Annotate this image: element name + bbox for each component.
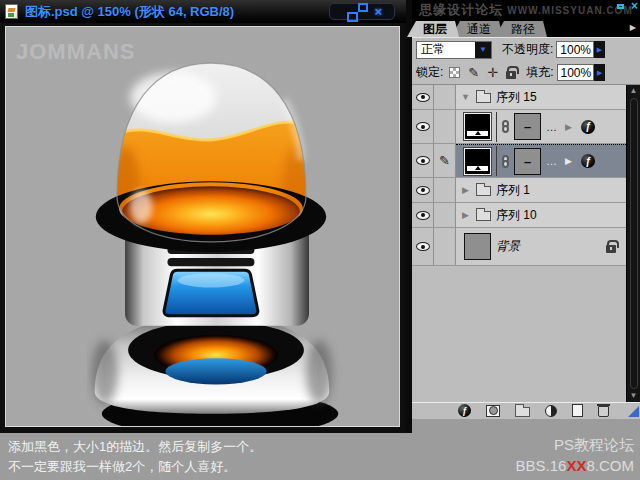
opacity-input[interactable]: 100% xyxy=(556,41,594,58)
lock-transparency-icon[interactable] xyxy=(449,67,460,78)
tab-paths[interactable]: 路径 xyxy=(495,21,547,37)
layer-list: ▼ 序列 15 – … ▶ ƒ xyxy=(412,84,640,402)
blend-mode-select[interactable]: 正常 ▼ xyxy=(416,41,492,59)
palette-top-strip: 思缘设计论坛 WWW.MISSYUAN.COM × xyxy=(412,0,640,20)
layer-group-row-seq10[interactable]: ▶ 序列 10 xyxy=(412,203,626,228)
layer-group-row-seq1[interactable]: ▶ 序列 1 xyxy=(412,178,626,203)
scroll-down-icon[interactable]: ▼ xyxy=(630,391,638,401)
lock-all-icon[interactable] xyxy=(506,71,516,79)
mask-link-icon[interactable] xyxy=(502,120,509,133)
document-title: 图标.psd @ 150% (形状 64, RGB/8) xyxy=(25,3,234,21)
group-name[interactable]: 序列 10 xyxy=(496,207,537,224)
palette-bottom-bar: ƒ xyxy=(412,402,640,418)
document-canvas[interactable]: JOMMANS xyxy=(5,26,400,427)
new-group-button[interactable] xyxy=(515,407,530,417)
eye-icon xyxy=(416,242,430,251)
site-watermark-url: WWW.MISSYUAN.COM xyxy=(507,5,632,16)
blend-mode-value: 正常 xyxy=(417,41,475,58)
add-layer-style-button[interactable]: ƒ xyxy=(458,404,471,417)
vector-mask-thumbnail[interactable]: – xyxy=(514,113,541,140)
palette-controls: × xyxy=(617,1,638,11)
site-watermark-name: 思缘设计论坛 xyxy=(419,1,503,19)
folder-icon xyxy=(476,211,491,221)
lock-paint-brush-icon[interactable]: ✎ xyxy=(468,67,479,79)
new-layer-button[interactable] xyxy=(572,404,583,417)
link-cell[interactable] xyxy=(434,85,456,109)
forum-name: PS教程论坛 xyxy=(516,434,634,455)
forum-url-xx: XX xyxy=(566,457,586,474)
layer-effects-icon[interactable]: ƒ xyxy=(581,154,595,168)
link-cell[interactable] xyxy=(434,228,456,265)
visibility-toggle[interactable] xyxy=(412,178,434,202)
layer-effects-icon[interactable]: ƒ xyxy=(581,120,595,134)
document-titlebar[interactable]: 图标.psd @ 150% (形状 64, RGB/8) × xyxy=(0,0,406,23)
scroll-up-icon[interactable]: ▲ xyxy=(630,86,638,96)
effects-expand-icon[interactable]: ▶ xyxy=(563,122,574,132)
visibility-toggle[interactable] xyxy=(412,110,434,143)
layer-list-scrollbar[interactable]: ▲ ▼ xyxy=(626,85,640,402)
visibility-toggle[interactable] xyxy=(412,85,434,109)
document-window: 图标.psd @ 150% (形状 64, RGB/8) × JOMMANS xyxy=(0,0,406,433)
scrollbar-track[interactable] xyxy=(630,98,638,389)
layer-row-gradient-selected[interactable]: ✎ – … ▶ ƒ xyxy=(412,144,626,178)
thumbnail-divider xyxy=(496,112,497,142)
expand-collapse-icon[interactable]: ▼ xyxy=(460,92,471,102)
link-cell[interactable] xyxy=(434,110,456,143)
new-adjustment-layer-button[interactable] xyxy=(545,405,557,417)
eye-icon xyxy=(416,93,430,102)
group-name[interactable]: 序列 15 xyxy=(496,89,537,106)
visibility-toggle[interactable] xyxy=(412,203,434,227)
expand-collapse-icon[interactable]: ▶ xyxy=(460,185,471,195)
palette-minimize-icon[interactable] xyxy=(617,4,624,9)
caption-line-1: 添加黑色，大小1的描边。然后复制多一个。 xyxy=(8,437,262,457)
lock-options-row: 锁定: ✎ ✛ 填充: 100% ▶ xyxy=(412,61,640,84)
fill-input[interactable]: 100% xyxy=(557,64,595,81)
lock-icons: ✎ ✛ xyxy=(449,67,516,79)
visibility-toggle[interactable] xyxy=(412,228,434,265)
mask-link-icon[interactable] xyxy=(502,155,509,168)
vector-mask-thumbnail[interactable]: – xyxy=(514,148,541,175)
layer-thumbnail[interactable] xyxy=(464,233,491,260)
window-controls: × xyxy=(329,3,395,20)
canvas-frame: JOMMANS xyxy=(2,23,403,430)
forum-credit: PS教程论坛 BBS.16XX8.COM xyxy=(516,434,634,476)
expand-collapse-icon[interactable]: ▶ xyxy=(460,210,471,220)
paintbrush-active-icon: ✎ xyxy=(439,155,450,167)
tab-layers[interactable]: 图层 xyxy=(407,21,459,37)
link-cell[interactable] xyxy=(434,178,456,202)
palette-close-icon[interactable]: × xyxy=(631,1,638,11)
opacity-arrow-button[interactable]: ▶ xyxy=(594,41,605,58)
active-layer-cell[interactable]: ✎ xyxy=(434,144,456,177)
layer-row-gradient-top[interactable]: – … ▶ ƒ xyxy=(412,110,626,144)
layer-group-row-seq15[interactable]: ▼ 序列 15 xyxy=(412,85,626,110)
eye-icon xyxy=(416,122,430,131)
opacity-label: 不透明度: xyxy=(502,41,553,58)
effects-expand-icon[interactable]: ▶ xyxy=(563,156,574,166)
layer-name[interactable]: 背景 xyxy=(496,238,520,255)
visibility-toggle[interactable] xyxy=(412,144,434,177)
link-cell[interactable] xyxy=(434,203,456,227)
folder-icon xyxy=(476,93,491,103)
tab-channels[interactable]: 通道 xyxy=(451,21,503,37)
psd-file-icon xyxy=(5,4,18,19)
eye-icon xyxy=(416,211,430,220)
icon-artwork xyxy=(87,57,343,427)
fill-arrow-button[interactable]: ▶ xyxy=(594,64,605,81)
delete-layer-button[interactable] xyxy=(598,406,609,417)
blend-dropdown-icon[interactable]: ▼ xyxy=(475,42,491,58)
add-layer-mask-button[interactable] xyxy=(486,405,500,417)
group-name[interactable]: 序列 1 xyxy=(496,182,530,199)
folder-icon xyxy=(476,186,491,196)
lock-label: 锁定: xyxy=(416,64,443,81)
lock-move-icon[interactable]: ✛ xyxy=(487,67,498,79)
palette-resize-grip[interactable] xyxy=(628,406,639,417)
forum-url: BBS.16XX8.COM xyxy=(516,455,634,476)
palette-menu-arrow-icon[interactable]: ▶ xyxy=(630,23,640,34)
locked-layer-icon xyxy=(606,245,616,253)
layer-thumbnail[interactable] xyxy=(464,113,491,140)
layer-thumbnail[interactable] xyxy=(464,148,491,175)
background-layer-row[interactable]: 背景 xyxy=(412,228,626,266)
tutorial-caption: 添加黑色，大小1的描边。然后复制多一个。 不一定要跟我一样做2个，随个人喜好。 xyxy=(8,437,262,477)
caption-line-2: 不一定要跟我一样做2个，随个人喜好。 xyxy=(8,457,262,477)
close-button[interactable]: × xyxy=(374,7,382,17)
